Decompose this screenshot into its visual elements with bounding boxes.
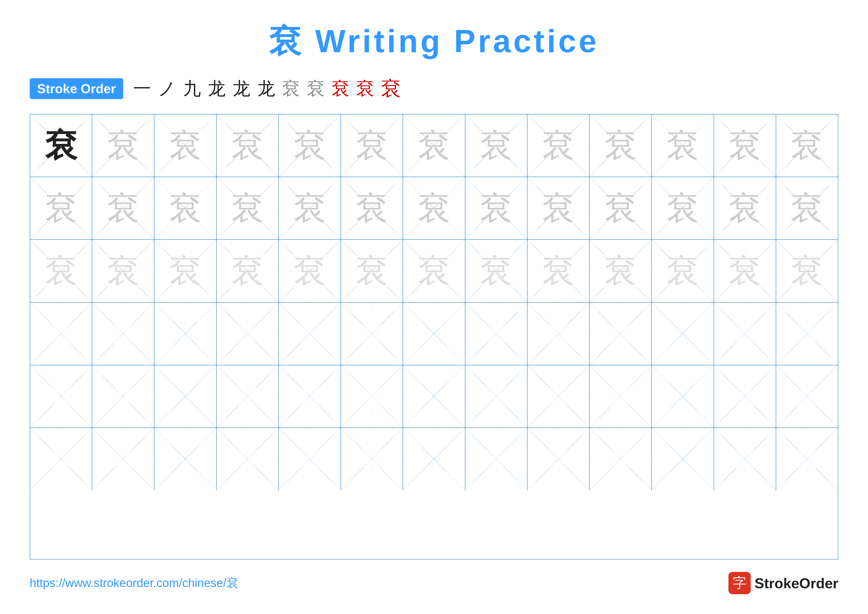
char-display: 袞 [294, 192, 326, 224]
stroke-step-2: ノ [158, 80, 176, 98]
grid-cell-5-2[interactable] [92, 365, 154, 427]
footer-url[interactable]: https://www.strokeorder.com/chinese/袞 [30, 575, 238, 591]
char-display: 袞 [231, 129, 264, 162]
grid-cell-2-7[interactable]: 袞 [403, 177, 465, 239]
grid-cell-5-8[interactable] [465, 365, 527, 427]
writing-grid: 袞 袞 袞 袞 袞 袞 袞 袞 袞 袞 袞 袞 袞 袞 袞 袞 袞 袞 袞 袞 … [30, 114, 838, 560]
grid-cell-2-2[interactable]: 袞 [92, 177, 154, 239]
grid-cell-6-10[interactable] [590, 428, 652, 490]
char-display: 袞 [294, 129, 326, 162]
grid-cell-3-9[interactable]: 袞 [527, 240, 590, 302]
grid-cell-5-9[interactable] [527, 365, 590, 427]
grid-cell-3-12[interactable]: 袞 [714, 240, 776, 302]
grid-cell-3-13[interactable]: 袞 [776, 240, 838, 302]
grid-row-5 [30, 365, 838, 428]
grid-cell-1-13[interactable]: 袞 [776, 114, 838, 177]
grid-cell-1-12[interactable]: 袞 [714, 114, 776, 177]
grid-cell-6-8[interactable] [465, 428, 527, 490]
grid-cell-3-11[interactable]: 袞 [652, 240, 714, 302]
grid-cell-2-10[interactable]: 袞 [590, 177, 652, 239]
grid-cell-6-11[interactable] [652, 428, 714, 490]
grid-cell-2-6[interactable]: 袞 [341, 177, 403, 239]
char-display: 袞 [356, 255, 388, 287]
logo-text: StrokeOrder [755, 575, 838, 591]
grid-cell-6-3[interactable] [154, 428, 217, 490]
grid-cell-3-7[interactable]: 袞 [403, 240, 465, 302]
grid-cell-1-5[interactable]: 袞 [279, 114, 341, 177]
grid-cell-1-6[interactable]: 袞 [341, 114, 403, 177]
stroke-step-7: 袞 [282, 80, 300, 98]
grid-cell-4-8[interactable] [465, 303, 527, 365]
grid-cell-6-13[interactable] [776, 428, 838, 490]
grid-cell-6-2[interactable] [92, 428, 154, 490]
grid-cell-5-13[interactable] [776, 365, 838, 427]
grid-cell-1-3[interactable]: 袞 [154, 114, 217, 177]
grid-cell-6-9[interactable] [527, 428, 590, 490]
grid-cell-2-4[interactable]: 袞 [217, 177, 279, 239]
grid-cell-4-10[interactable] [590, 303, 652, 365]
grid-cell-4-3[interactable] [154, 303, 217, 365]
stroke-step-8: 袞 [307, 80, 325, 98]
char-display: 袞 [666, 129, 699, 162]
grid-cell-5-12[interactable] [714, 365, 776, 427]
char-display: 袞 [169, 255, 202, 287]
grid-cell-3-2[interactable]: 袞 [92, 240, 154, 302]
grid-cell-5-4[interactable] [217, 365, 279, 427]
grid-cell-1-7[interactable]: 袞 [403, 114, 465, 177]
grid-cell-2-1[interactable]: 袞 [30, 177, 92, 239]
grid-cell-4-11[interactable] [652, 303, 714, 365]
grid-cell-5-5[interactable] [279, 365, 341, 427]
grid-cell-1-1[interactable]: 袞 [30, 114, 92, 177]
grid-cell-3-6[interactable]: 袞 [341, 240, 403, 302]
grid-cell-2-8[interactable]: 袞 [465, 177, 527, 239]
stroke-step-4: 龙 [208, 80, 226, 98]
grid-cell-4-12[interactable] [714, 303, 776, 365]
grid-cell-4-4[interactable] [217, 303, 279, 365]
grid-cell-4-6[interactable] [341, 303, 403, 365]
grid-cell-4-9[interactable] [527, 303, 590, 365]
grid-cell-1-4[interactable]: 袞 [217, 114, 279, 177]
grid-cell-4-5[interactable] [279, 303, 341, 365]
grid-cell-1-11[interactable]: 袞 [652, 114, 714, 177]
char-display: 袞 [542, 129, 574, 162]
grid-cell-4-1[interactable] [30, 303, 92, 365]
grid-cell-6-12[interactable] [714, 428, 776, 490]
grid-cell-2-11[interactable]: 袞 [652, 177, 714, 239]
grid-cell-2-5[interactable]: 袞 [279, 177, 341, 239]
grid-row-3: 袞 袞 袞 袞 袞 袞 袞 袞 袞 袞 袞 袞 袞 [30, 240, 838, 302]
grid-cell-5-10[interactable] [590, 365, 652, 427]
grid-cell-2-12[interactable]: 袞 [714, 177, 776, 239]
grid-cell-5-1[interactable] [30, 365, 92, 427]
grid-cell-2-3[interactable]: 袞 [154, 177, 217, 239]
grid-cell-1-8[interactable]: 袞 [465, 114, 527, 177]
grid-cell-4-2[interactable] [92, 303, 154, 365]
grid-cell-3-10[interactable]: 袞 [590, 240, 652, 302]
grid-cell-4-7[interactable] [403, 303, 465, 365]
grid-cell-3-3[interactable]: 袞 [154, 240, 217, 302]
grid-cell-2-13[interactable]: 袞 [776, 177, 838, 239]
grid-cell-1-9[interactable]: 袞 [527, 114, 590, 177]
grid-cell-6-1[interactable] [30, 428, 92, 490]
grid-cell-6-4[interactable] [217, 428, 279, 490]
grid-cell-5-7[interactable] [403, 365, 465, 427]
grid-cell-4-13[interactable] [776, 303, 838, 365]
grid-cell-6-6[interactable] [341, 428, 403, 490]
grid-cell-2-9[interactable]: 袞 [527, 177, 590, 239]
grid-cell-6-5[interactable] [279, 428, 341, 490]
grid-cell-1-10[interactable]: 袞 [590, 114, 652, 177]
grid-cell-1-2[interactable]: 袞 [92, 114, 154, 177]
grid-cell-5-6[interactable] [341, 365, 403, 427]
char-display: 袞 [356, 129, 388, 162]
char-display: 袞 [604, 192, 637, 224]
grid-cell-5-11[interactable] [652, 365, 714, 427]
footer-logo: 字 StrokeOrder [728, 572, 838, 594]
grid-cell-3-8[interactable]: 袞 [465, 240, 527, 302]
grid-cell-5-3[interactable] [154, 365, 217, 427]
grid-cell-6-7[interactable] [403, 428, 465, 490]
grid-cell-3-4[interactable]: 袞 [217, 240, 279, 302]
stroke-order-row: Stroke Order 一 ノ 九 龙 龙 龙 袞 袞 袞 袞 袞 [30, 78, 838, 99]
grid-cell-3-5[interactable]: 袞 [279, 240, 341, 302]
char-display: 袞 [418, 129, 450, 162]
char-display: 袞 [604, 255, 637, 287]
grid-cell-3-1[interactable]: 袞 [30, 240, 92, 302]
